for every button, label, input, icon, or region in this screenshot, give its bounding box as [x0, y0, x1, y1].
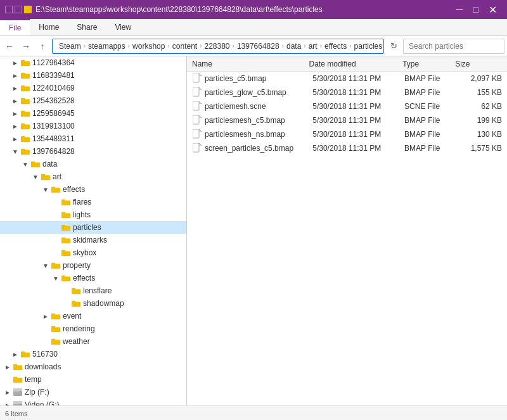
expand-icon: ►	[10, 134, 20, 144]
tree-label: 1224010469	[30, 84, 75, 92]
svg-rect-73	[193, 129, 199, 138]
file-name: particles_c5.bmap	[205, 74, 312, 83]
tab-file[interactable]: File	[0, 19, 30, 35]
tree-item-effects[interactable]: ▼ effects	[0, 183, 186, 196]
tab-home[interactable]: Home	[30, 19, 68, 35]
col-header-date[interactable]: Date modified	[309, 60, 403, 68]
back-button[interactable]: ←	[3, 39, 16, 53]
tree-item-flares[interactable]: ► flares	[0, 196, 186, 208]
col-header-type[interactable]: Type	[402, 60, 455, 68]
tree-item-weather[interactable]: ► weather	[0, 335, 186, 348]
refresh-button[interactable]: ↻	[387, 39, 401, 53]
drive-icon	[13, 400, 23, 405]
close-button[interactable]: ✕	[484, 4, 502, 16]
tree-item-particles[interactable]: ► particles	[0, 221, 186, 234]
file-size: 1,575 KB	[456, 144, 502, 153]
tree-item-zip[interactable]: ► Zip (F:)	[0, 386, 186, 398]
file-row[interactable]: particles_glow_c5.bmap 5/30/2018 11:31 P…	[187, 86, 507, 99]
tree-item-516730[interactable]: ► 516730	[0, 348, 186, 360]
folder-icon	[20, 349, 30, 359]
tree-label: 1397664828	[30, 147, 75, 156]
svg-rect-44	[51, 340, 60, 345]
up-button[interactable]: ↑	[35, 39, 49, 53]
right-panel: Name Date modified Type Size particles_c…	[187, 56, 507, 405]
svg-rect-34	[61, 276, 70, 281]
svg-rect-35	[61, 276, 65, 277]
expand-icon: ►	[3, 400, 13, 405]
file-row[interactable]: particles_c5.bmap 5/30/2018 11:31 PM BMA…	[187, 72, 507, 86]
folder-icon	[20, 108, 30, 118]
tree-item-skidmarks[interactable]: ► skidmarks	[0, 234, 186, 246]
svg-rect-29	[61, 238, 65, 239]
search-input[interactable]	[403, 39, 504, 54]
tree-item-1127964364[interactable]: ► 1127964364	[0, 56, 186, 69]
expand-icon: ►	[10, 83, 20, 93]
tree-item-lensflare[interactable]: ► lensflare	[0, 284, 186, 297]
tree-item-temp[interactable]: ► temp	[0, 373, 186, 386]
col-header-size[interactable]: Size	[455, 60, 502, 68]
title-path: E:\Steam\steamapps\workshop\content\2283…	[35, 5, 323, 14]
tab-share[interactable]: Share	[68, 19, 106, 35]
address-path-bar[interactable]: Steam › steamapps › workshop › content ›…	[52, 39, 384, 54]
file-row[interactable]: screen_particles_c5.bmap 5/30/2018 11:31…	[187, 141, 507, 155]
svg-rect-17	[31, 162, 35, 163]
tree-item-property[interactable]: ▼ property	[0, 259, 186, 272]
addr-content: content	[172, 42, 197, 51]
tab-view[interactable]: View	[106, 19, 140, 35]
svg-rect-4	[21, 86, 30, 91]
tree-item-1259586945[interactable]: ► 1259586945	[0, 107, 186, 120]
addr-data: data	[286, 42, 301, 51]
svg-rect-43	[51, 326, 55, 328]
file-size: 2,097 KB	[456, 74, 502, 83]
svg-point-54	[20, 391, 21, 393]
tree-item-skybox[interactable]: ► skybox	[0, 246, 186, 259]
tree-item-1354489311[interactable]: ► 1354489311	[0, 132, 186, 145]
col-header-name[interactable]: Name	[192, 60, 309, 68]
file-type: BMAP File	[404, 116, 456, 125]
file-list-header: Name Date modified Type Size	[187, 56, 507, 72]
svg-rect-42	[51, 327, 60, 332]
svg-rect-10	[21, 124, 30, 129]
tree-item-1168339481[interactable]: ► 1168339481	[0, 69, 186, 82]
folder-icon	[71, 298, 81, 309]
svg-rect-40	[51, 314, 60, 319]
file-row[interactable]: particlemesh.scne 5/30/2018 11:31 PM SCN…	[187, 99, 507, 113]
tree-item-lights[interactable]: ► lights	[0, 208, 186, 221]
forward-button[interactable]: →	[19, 39, 33, 53]
left-panel: ► 1127964364 ► 1168339481 ► 1224010469 ►	[0, 56, 187, 405]
tree-label: shadowmap	[81, 299, 124, 308]
expand-icon: ▼	[41, 184, 51, 194]
tree-item-1254362528[interactable]: ► 1254362528	[0, 94, 186, 107]
svg-rect-23	[61, 200, 65, 201]
file-row[interactable]: particlesmesh_c5.bmap 5/30/2018 11:31 PM…	[187, 113, 507, 127]
svg-rect-22	[61, 200, 70, 205]
tree-label: particles	[71, 223, 101, 232]
file-date: 5/30/2018 11:31 PM	[312, 116, 404, 125]
ribbon: File Home Share View	[0, 19, 507, 36]
tree-label: data	[41, 160, 57, 169]
tree-item-data[interactable]: ▼ data	[0, 158, 186, 170]
folder-icon	[61, 197, 71, 207]
svg-rect-16	[31, 162, 40, 167]
tree-label: art	[51, 172, 61, 181]
tree-item-rendering[interactable]: ► rendering	[0, 322, 186, 335]
tree-item-shadowmap[interactable]: ► shadowmap	[0, 297, 186, 310]
tree-label: 1319913100	[30, 122, 75, 130]
tree-item-art[interactable]: ▼ art	[0, 170, 186, 183]
tree-item-video[interactable]: ► Video (G:)	[0, 398, 186, 405]
minimize-button[interactable]: ─	[451, 4, 468, 15]
tree-item-1224010469[interactable]: ► 1224010469	[0, 82, 186, 94]
tree-item-event[interactable]: ► event	[0, 310, 186, 322]
tree-item-prop-effects[interactable]: ▼ effects	[0, 272, 186, 284]
svg-rect-21	[51, 187, 55, 189]
tree-item-1319913100[interactable]: ► 1319913100	[0, 120, 186, 132]
tree-item-downloads[interactable]: ► downloads	[0, 360, 186, 373]
file-size: 130 KB	[456, 130, 502, 139]
file-row[interactable]: particlesmesh_ns.bmap 5/30/2018 11:31 PM…	[187, 127, 507, 141]
svg-rect-27	[61, 225, 65, 227]
svg-rect-6	[21, 99, 30, 104]
maximize-button[interactable]: □	[468, 4, 484, 15]
tree-item-1397664828[interactable]: ▼ 1397664828	[0, 145, 186, 158]
svg-rect-76	[193, 143, 199, 152]
svg-rect-61	[193, 73, 199, 82]
